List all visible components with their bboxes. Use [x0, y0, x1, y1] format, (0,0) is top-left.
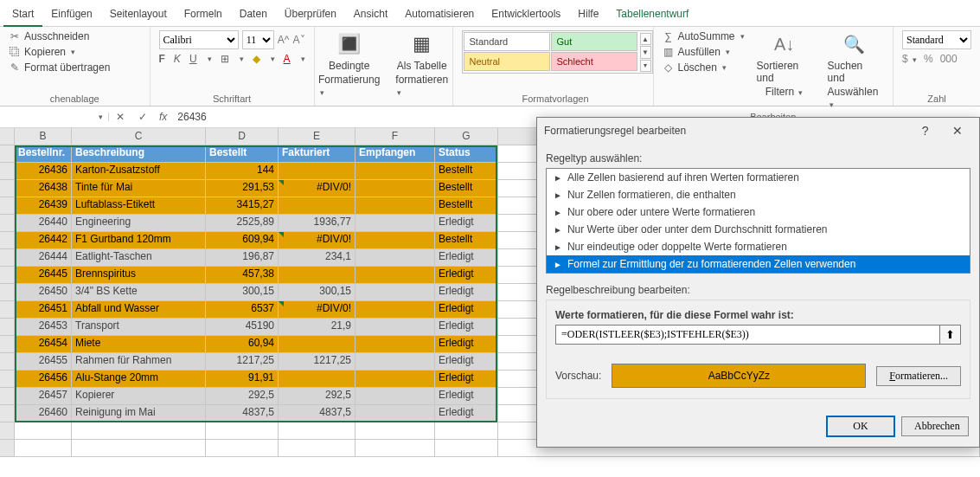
rule-type-option[interactable]: ►Alle Zellen basierend auf ihren Werten … — [547, 169, 970, 186]
tab-seitenlayout[interactable]: Seitenlayout — [101, 4, 176, 26]
cell[interactable]: Beschreibung — [72, 145, 206, 163]
close-icon[interactable]: ✕ — [943, 124, 972, 138]
cell[interactable]: 26436 — [15, 163, 72, 180]
font-color-button[interactable]: A — [284, 53, 291, 65]
fill-button[interactable]: ▥Ausfüllen ▾ — [663, 46, 730, 58]
cell[interactable] — [15, 422, 72, 440]
fill-color-button[interactable]: ◆ — [253, 53, 260, 65]
gallery-up-icon[interactable]: ▲ — [640, 33, 651, 45]
cell[interactable]: Empfangen — [355, 145, 435, 163]
cell[interactable]: 1936,77 — [279, 215, 355, 232]
rule-type-option[interactable]: ►Nur Werte über oder unter dem Durchschn… — [547, 221, 970, 238]
cell[interactable]: Erledigt — [435, 267, 498, 284]
cell[interactable]: 3/4" BS Kette — [72, 284, 206, 301]
style-neutral[interactable]: Neutral — [464, 52, 550, 71]
cell[interactable] — [355, 267, 435, 284]
confirm-entry-icon[interactable]: ✓ — [131, 111, 154, 123]
italic-button[interactable]: K — [174, 53, 181, 65]
cell[interactable]: 291,53 — [206, 180, 279, 197]
number-format-select[interactable]: Standard — [902, 30, 971, 49]
cell[interactable]: Bestellt — [435, 197, 498, 215]
sort-filter-button[interactable]: A↓ Sortieren und Filtern ▾ — [753, 30, 816, 98]
style-schlecht[interactable]: Schlecht — [551, 52, 637, 71]
cell[interactable]: Erledigt — [435, 405, 498, 422]
cell[interactable]: 4837,5 — [206, 405, 279, 422]
cell[interactable] — [206, 440, 279, 457]
cell[interactable]: Erledigt — [435, 388, 498, 405]
tab-überprüfen[interactable]: Überprüfen — [276, 4, 345, 26]
tab-daten[interactable]: Daten — [231, 4, 276, 26]
style-standard[interactable]: Standard — [464, 32, 550, 51]
bold-button[interactable]: F — [159, 53, 165, 65]
col-C[interactable]: C — [72, 128, 206, 145]
rule-type-option[interactable]: ►Nur obere oder untere Werte formatieren — [547, 203, 970, 221]
tab-hilfe[interactable]: Hilfe — [569, 4, 607, 26]
cell-styles-gallery[interactable]: Standard Neutral Gut Schlecht ▲ ▼ ▾ — [462, 30, 653, 74]
cell[interactable] — [355, 249, 435, 267]
cell[interactable] — [355, 388, 435, 405]
cell[interactable] — [355, 353, 435, 371]
currency-button[interactable]: $ ▾ — [902, 53, 917, 65]
tab-einfügen[interactable]: Einfügen — [42, 4, 100, 26]
cell[interactable]: Erledigt — [435, 284, 498, 301]
cell[interactable]: Rahmen für Rahmen — [72, 353, 206, 371]
cell[interactable]: 6537 — [206, 301, 279, 319]
cell[interactable]: 3415,27 — [206, 197, 279, 215]
cell[interactable]: 292,5 — [206, 388, 279, 405]
select-all[interactable] — [0, 128, 15, 145]
cell[interactable]: Luftablass-Etikett — [72, 197, 206, 215]
cell[interactable] — [355, 301, 435, 319]
cell[interactable]: Erledigt — [435, 319, 498, 336]
cell[interactable]: Tinte für Mai — [72, 180, 206, 197]
cell[interactable] — [355, 284, 435, 301]
cell[interactable]: 26450 — [15, 284, 72, 301]
cell[interactable] — [355, 336, 435, 353]
cancel-entry-icon[interactable]: ✕ — [109, 111, 131, 123]
row-header[interactable] — [0, 249, 15, 267]
cell[interactable] — [72, 440, 206, 457]
font-size-select[interactable]: 11 — [242, 30, 274, 49]
cell[interactable]: 91,91 — [206, 371, 279, 388]
row-header[interactable] — [0, 163, 15, 180]
formula-input[interactable] — [555, 325, 940, 345]
col-G[interactable]: G — [435, 128, 498, 145]
cell[interactable]: Fakturiert — [279, 145, 355, 163]
cell[interactable]: 26453 — [15, 319, 72, 336]
cell[interactable]: 196,87 — [206, 249, 279, 267]
cell[interactable]: #DIV/0! — [279, 180, 355, 197]
cell[interactable]: F1 Gurtband 120mm — [72, 232, 206, 249]
row-header[interactable] — [0, 197, 15, 215]
cell[interactable] — [279, 163, 355, 180]
tab-formeln[interactable]: Formeln — [176, 4, 231, 26]
row-header[interactable] — [0, 284, 15, 301]
row-header[interactable] — [0, 371, 15, 388]
cell[interactable]: Engineering — [72, 215, 206, 232]
thousands-button[interactable]: 000 — [940, 53, 958, 65]
cell[interactable]: 234,1 — [279, 249, 355, 267]
cell[interactable] — [0, 440, 15, 457]
cell[interactable]: 1217,25 — [206, 353, 279, 371]
name-box[interactable]: ▾ — [0, 113, 109, 121]
cell[interactable]: 1217,25 — [279, 353, 355, 371]
cell[interactable]: Karton-Zusatzstoff — [72, 163, 206, 180]
formula-value[interactable]: 26436 — [172, 111, 211, 123]
rule-type-list[interactable]: ►Alle Zellen basierend auf ihren Werten … — [546, 168, 970, 274]
cell[interactable] — [355, 232, 435, 249]
cell[interactable]: 26460 — [15, 405, 72, 422]
cell[interactable] — [206, 422, 279, 440]
tab-automatisieren[interactable]: Automatisieren — [396, 4, 483, 26]
cell[interactable] — [355, 163, 435, 180]
format-button[interactable]: Formatieren... — [876, 366, 961, 386]
cancel-button[interactable]: Abbrechen — [901, 416, 969, 436]
percent-button[interactable]: % — [924, 53, 933, 65]
cell[interactable]: Erledigt — [435, 371, 498, 388]
copy-button[interactable]: ⿻Kopieren ▾ — [9, 46, 141, 58]
cell[interactable]: 21,9 — [279, 319, 355, 336]
rule-type-option[interactable]: ►Nur eindeutige oder doppelte Werte form… — [547, 238, 970, 255]
find-select-button[interactable]: 🔍 Suchen und Auswählen ▾ — [824, 30, 884, 110]
row-header[interactable] — [0, 405, 15, 422]
cell[interactable]: #DIV/0! — [279, 301, 355, 319]
cell[interactable] — [279, 371, 355, 388]
cell[interactable]: 26457 — [15, 388, 72, 405]
cell[interactable]: Erledigt — [435, 249, 498, 267]
